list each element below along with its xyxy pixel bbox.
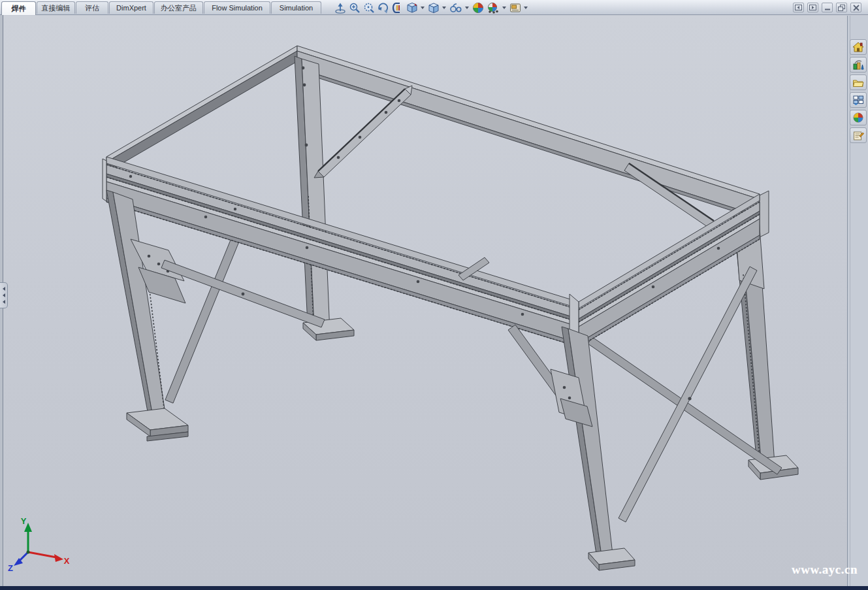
ribbon-bar: 焊件 直接编辑 评估 DimXpert 办公室产品 Flow Simulatio… — [0, 0, 868, 15]
apply-scene-icon — [486, 1, 500, 14]
zoom-to-fit-icon — [334, 1, 347, 14]
zoom-to-area-icon — [348, 1, 361, 14]
rotate-view-icon — [377, 1, 390, 14]
custom-properties-button[interactable] — [850, 127, 867, 143]
view-settings-button[interactable] — [508, 1, 522, 15]
task-pane — [847, 16, 868, 586]
collapse-arrow-icon — [3, 293, 5, 297]
appearances-icon — [853, 112, 863, 123]
heads-up-toolbar — [333, 1, 530, 15]
view-orientation-dropdown[interactable] — [421, 7, 425, 9]
design-library-icon — [852, 59, 864, 70]
section-view-button[interactable] — [391, 1, 405, 15]
view-settings-icon — [509, 1, 522, 14]
orientation-triad: Y X Z — [8, 516, 70, 573]
view-orientation-icon — [406, 1, 419, 14]
apply-scene-button[interactable] — [485, 1, 501, 15]
dock-left-button[interactable] — [793, 3, 804, 12]
command-tabs: 焊件 直接编辑 评估 DimXpert 办公室产品 Flow Simulatio… — [1, 1, 322, 15]
model-leg-post-back-left — [295, 56, 354, 340]
view-orientation-button[interactable] — [405, 1, 419, 15]
custom-properties-icon — [852, 130, 864, 140]
home-icon — [852, 42, 864, 52]
tab-flow-simulation[interactable]: Flow Simulation — [204, 1, 270, 14]
close-icon — [853, 5, 860, 11]
apply-scene-dropdown[interactable] — [502, 7, 506, 9]
triad-x-label: X — [64, 556, 70, 566]
tab-simulation[interactable]: Simulation — [271, 1, 321, 14]
appearances-scenes-button[interactable] — [850, 110, 867, 125]
dock-right-button[interactable] — [807, 3, 818, 12]
tab-direct-editing[interactable]: 直接编辑 — [37, 1, 75, 14]
tab-weldments[interactable]: 焊件 — [1, 1, 36, 15]
featuremanager-collapse-tab[interactable] — [0, 282, 8, 308]
display-style-icon — [427, 1, 440, 14]
dock-left-icon — [795, 5, 802, 10]
model-rails-front-right — [570, 194, 760, 347]
folder-icon — [852, 77, 864, 88]
zoom-to-fit-button[interactable] — [333, 1, 347, 15]
view-palette-icon — [852, 95, 864, 105]
collapse-arrow-icon — [3, 300, 5, 304]
triad-y-label: Y — [21, 516, 27, 526]
model-rail-end-right — [760, 191, 769, 237]
model-front-brace-left — [161, 260, 325, 327]
rotate-view-button[interactable] — [376, 1, 391, 15]
hide-show-items-button[interactable] — [448, 1, 464, 15]
collapse-arrow-icon — [3, 287, 5, 291]
solidworks-window: Y X Z 焊件 直接编辑 评估 DimXpert 办公室产品 Flow Sim… — [0, 0, 868, 590]
model-top-brace — [314, 86, 412, 178]
zoom-in-out-icon — [362, 1, 376, 14]
section-view-icon — [391, 1, 404, 14]
tab-dimxpert[interactable]: DimXpert — [109, 1, 153, 14]
design-library-button[interactable] — [850, 57, 867, 73]
dock-right-icon — [809, 5, 816, 10]
model-rim-back-left — [106, 46, 297, 172]
zoom-in-out-button[interactable] — [362, 1, 376, 15]
close-button[interactable] — [850, 3, 861, 12]
zoom-to-area-button[interactable] — [347, 1, 362, 15]
tab-office-products[interactable]: 办公室产品 — [154, 1, 203, 14]
display-style-dropdown[interactable] — [442, 7, 446, 9]
view-settings-dropdown[interactable] — [524, 7, 528, 9]
display-style-button[interactable] — [426, 1, 441, 15]
minimize-button[interactable] — [822, 3, 833, 12]
edit-appearance-button[interactable] — [471, 1, 485, 15]
minimize-icon — [824, 5, 831, 10]
restore-button[interactable] — [836, 3, 847, 12]
model-leg-front-left — [106, 190, 188, 441]
hide-show-items-icon — [449, 1, 463, 14]
hide-show-items-dropdown[interactable] — [465, 7, 469, 9]
window-controls — [793, 3, 861, 12]
model-left-end-brace-rear — [165, 221, 246, 403]
tab-evaluate[interactable]: 评估 — [76, 1, 108, 14]
triad-z-label: Z — [8, 563, 13, 573]
file-explorer-button[interactable] — [850, 74, 867, 90]
watermark: www.ayc.cn — [792, 563, 865, 577]
view-palette-button[interactable] — [850, 92, 867, 108]
edit-appearance-icon — [472, 1, 485, 14]
restore-icon — [838, 5, 845, 11]
model-canvas[interactable]: Y X Z — [0, 0, 868, 590]
solidworks-resources-button[interactable] — [850, 39, 867, 55]
